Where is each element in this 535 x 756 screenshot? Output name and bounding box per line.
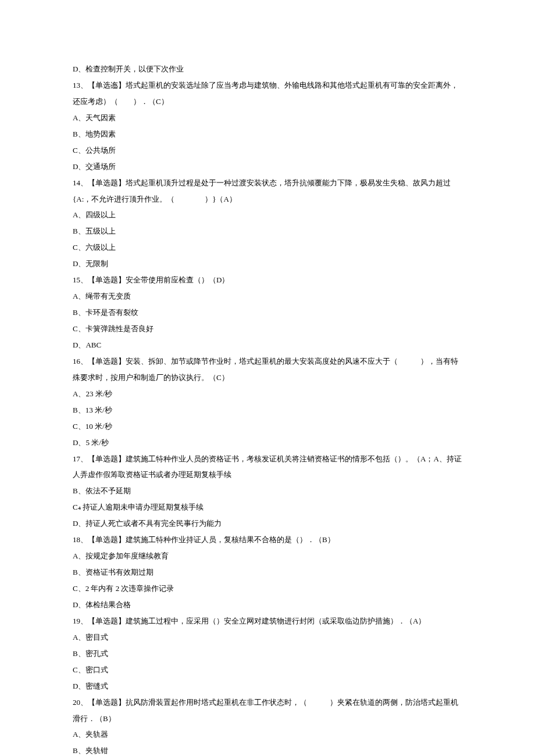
text-line: 17、【单选题】建筑施工特种作业人员的资格证书，考核发证机关将注销资格证书的情形…: [73, 451, 462, 483]
text-line: C、卡簧弹跳性是否良好: [73, 321, 462, 337]
text-line: C、公共场所: [73, 142, 462, 159]
text-line: A、23 米/秒: [73, 386, 462, 402]
text-line: B、密孔式: [73, 646, 462, 662]
text-line: C、六级以上: [73, 239, 462, 256]
text-line: A、密目式: [73, 629, 462, 646]
text-line: D、无限制: [73, 256, 462, 272]
text-line: 13、【单选迤】塔式起重机的安装选址除了应当考虑与建筑物、外输电线路和其他塔式起…: [73, 77, 462, 110]
text-line: B、五级以上: [73, 223, 462, 239]
text-line: C₄ 持证人逾期未申请办理延期复核手续: [73, 499, 462, 515]
text-line: D、交通场所: [73, 159, 462, 175]
text-line: B、依法不予延期: [73, 483, 462, 499]
text-line: A、按规定参加年度继续教育: [73, 548, 462, 564]
text-line: A、绳带有无变质: [73, 288, 462, 304]
text-line: 18、【单选题】建筑施工特种作业持证人员，复核结果不合格的是（）．（B）: [73, 532, 462, 548]
text-line: 16、【单选题】安装、拆卸、加节或降节作业时，塔式起重机的最大安装高度处的风速不…: [73, 353, 462, 386]
text-line: B、地势因素: [73, 126, 462, 142]
text-line: B、13 米/秒: [73, 402, 462, 418]
text-line: C、10 米/秒: [73, 418, 462, 435]
text-line: D、5 米/秒: [73, 435, 462, 451]
text-line: D、密缝式: [73, 678, 462, 694]
text-line: C、密口式: [73, 662, 462, 678]
text-line: B、卡环是否有裂纹: [73, 304, 462, 321]
text-line: 20、【单选题】抗风防滑装置起作用时塔式起重机在非工作状态时，（ ）夹紧在轨道的…: [73, 694, 462, 727]
text-line: C、2 年内有 2 次违章操作记录: [73, 581, 462, 597]
document-body: D、检查控制开关，以便下次作业13、【单选迤】塔式起重机的安装选址除了应当考虑与…: [73, 61, 462, 756]
text-line: A、天气因素: [73, 110, 462, 126]
text-line: A、四级以上: [73, 207, 462, 223]
text-line: D、ABC: [73, 337, 462, 353]
text-line: D、检查控制开关，以便下次作业: [73, 61, 462, 77]
text-line: D、持证人死亡或者不具有完全民事行为能力: [73, 515, 462, 532]
text-line: B、夹轨钳: [73, 743, 462, 756]
text-line: D、体检结果合格: [73, 597, 462, 613]
text-line: 15、【单选题】安全带使用前应检查（）（D）: [73, 272, 462, 288]
text-line: 14、【单选题】塔式起重机顶升过程是处于一种过渡安装状态，塔升抗倾覆能力下降，极…: [73, 175, 462, 207]
text-line: A、夹轨器: [73, 726, 462, 743]
text-line: 19、【单选题】建筑施工过程中，应采用（）安全立网对建筑物进行封闭（或采取临边防…: [73, 613, 462, 629]
text-line: B、资格证书有效期过期: [73, 564, 462, 581]
